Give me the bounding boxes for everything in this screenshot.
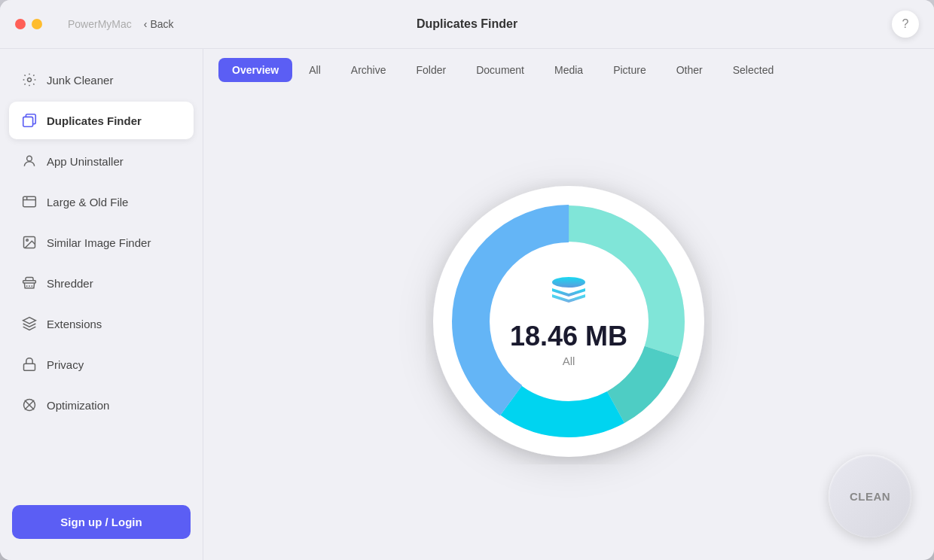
app-name: PowerMyMac bbox=[68, 18, 132, 30]
content-area: Overview All Archive Folder Document Med… bbox=[203, 49, 934, 560]
stack-icon bbox=[549, 275, 588, 314]
chevron-left-icon: ‹ bbox=[144, 18, 148, 30]
sidebar-label-duplicates-finder: Duplicates Finder bbox=[47, 114, 142, 127]
sidebar-item-large-old-file[interactable]: Large & Old File bbox=[9, 183, 194, 221]
maximize-button bbox=[48, 19, 59, 29]
titlebar: PowerMyMac ‹ Back Duplicates Finder ? bbox=[0, 0, 934, 49]
svg-rect-3 bbox=[23, 196, 36, 206]
extensions-icon bbox=[21, 315, 38, 332]
sidebar-label-extensions: Extensions bbox=[47, 318, 102, 330]
sidebar-label-privacy: Privacy bbox=[47, 358, 84, 371]
tab-picture[interactable]: Picture bbox=[600, 58, 660, 82]
chart-label: All bbox=[563, 355, 575, 367]
sidebar-label-shredder: Shredder bbox=[47, 277, 93, 290]
uninstaller-icon bbox=[21, 153, 38, 169]
sidebar-label-similar-image-finder: Similar Image Finder bbox=[47, 236, 151, 249]
close-button[interactable] bbox=[15, 19, 26, 29]
sidebar-label-junk-cleaner: Junk Cleaner bbox=[47, 74, 113, 87]
svg-rect-1 bbox=[23, 117, 33, 126]
svg-rect-6 bbox=[23, 281, 36, 283]
sidebar-item-app-uninstaller[interactable]: App Uninstaller bbox=[9, 142, 194, 180]
tab-other[interactable]: Other bbox=[663, 58, 716, 82]
sidebar-item-optimization[interactable]: Optimization bbox=[9, 386, 194, 424]
back-button[interactable]: ‹ Back bbox=[144, 18, 174, 30]
image-finder-icon bbox=[21, 234, 38, 251]
help-button[interactable]: ? bbox=[892, 11, 919, 38]
chart-value: 18.46 MB bbox=[510, 323, 627, 350]
chart-container: 18.46 MB All bbox=[426, 178, 712, 464]
main-layout: Junk Cleaner Duplicates Finder bbox=[0, 49, 934, 560]
sidebar: Junk Cleaner Duplicates Finder bbox=[0, 49, 203, 560]
svg-point-0 bbox=[28, 78, 32, 82]
traffic-lights bbox=[15, 19, 59, 29]
tab-overview[interactable]: Overview bbox=[218, 58, 292, 82]
shredder-icon bbox=[21, 275, 38, 291]
sidebar-label-large-old-file: Large & Old File bbox=[47, 196, 128, 208]
large-file-icon bbox=[21, 193, 38, 210]
clean-button[interactable]: CLEAN bbox=[829, 455, 911, 537]
app-window: PowerMyMac ‹ Back Duplicates Finder ? Ju… bbox=[0, 0, 934, 560]
sidebar-spacer bbox=[9, 427, 194, 499]
sidebar-item-duplicates-finder[interactable]: Duplicates Finder bbox=[9, 102, 194, 139]
svg-point-2 bbox=[27, 156, 32, 161]
sidebar-item-shredder[interactable]: Shredder bbox=[9, 264, 194, 302]
tab-selected[interactable]: Selected bbox=[719, 58, 787, 82]
sidebar-label-optimization: Optimization bbox=[47, 399, 109, 412]
duplicates-icon bbox=[21, 112, 38, 129]
chart-center: 18.46 MB All bbox=[510, 275, 627, 367]
window-title: Duplicates Finder bbox=[417, 17, 517, 31]
tab-all[interactable]: All bbox=[295, 58, 334, 82]
tab-media[interactable]: Media bbox=[541, 58, 597, 82]
optimization-icon bbox=[21, 397, 38, 413]
gear-icon bbox=[21, 72, 38, 88]
sidebar-item-privacy[interactable]: Privacy bbox=[9, 345, 194, 383]
tab-archive[interactable]: Archive bbox=[337, 58, 400, 82]
sidebar-label-app-uninstaller: App Uninstaller bbox=[47, 155, 124, 168]
sidebar-item-similar-image-finder[interactable]: Similar Image Finder bbox=[9, 224, 194, 261]
privacy-icon bbox=[21, 356, 38, 373]
main-view: 18.46 MB All CLEAN bbox=[203, 82, 934, 560]
svg-point-18 bbox=[552, 277, 585, 288]
sidebar-item-extensions[interactable]: Extensions bbox=[9, 305, 194, 342]
sidebar-item-junk-cleaner[interactable]: Junk Cleaner bbox=[9, 61, 194, 99]
minimize-button[interactable] bbox=[32, 19, 42, 29]
tab-folder[interactable]: Folder bbox=[403, 58, 460, 82]
svg-point-5 bbox=[26, 239, 29, 242]
svg-rect-7 bbox=[24, 364, 35, 370]
help-icon: ? bbox=[902, 17, 909, 31]
tab-bar: Overview All Archive Folder Document Med… bbox=[203, 49, 934, 82]
back-label: Back bbox=[150, 18, 173, 30]
signin-button[interactable]: Sign up / Login bbox=[12, 505, 191, 539]
tab-document[interactable]: Document bbox=[462, 58, 538, 82]
